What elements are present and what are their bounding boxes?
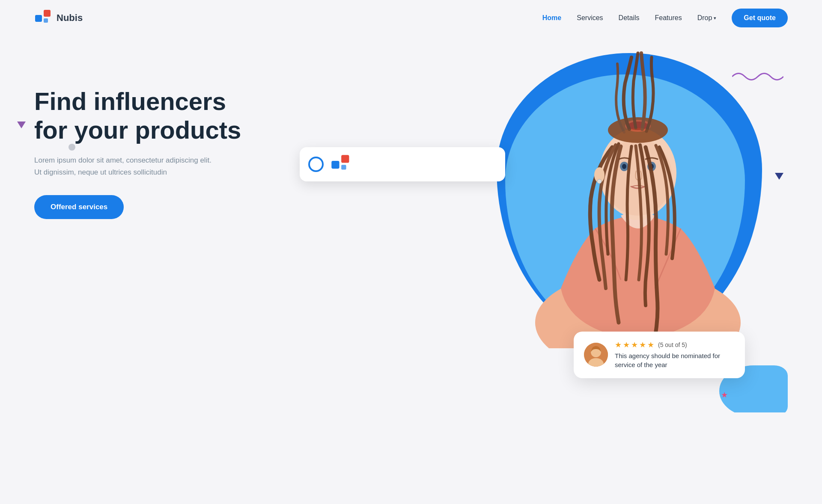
navbar: Nubis Home Services Details Features Dro… (0, 0, 822, 36)
review-content: ★ ★ ★ ★ ★ (5 out of 5) This agency shoul… (615, 340, 735, 370)
review-card: ★ ★ ★ ★ ★ (5 out of 5) This agency shoul… (574, 332, 745, 379)
logo[interactable]: Nubis (34, 9, 83, 27)
nav-drop[interactable]: Drop ▾ (697, 14, 717, 22)
reviewer-avatar (584, 343, 608, 367)
star-2: ★ (623, 340, 630, 350)
svg-rect-17 (341, 155, 349, 163)
nubis-logo-card-icon (331, 154, 351, 175)
hero-subtitle: Lorem ipsum dolor sit amet, consectetur … (34, 154, 214, 178)
get-quote-button[interactable]: Get quote (732, 9, 788, 27)
nav-home[interactable]: Home (542, 14, 561, 22)
decoration-dot (68, 144, 75, 151)
offered-services-button[interactable]: Offered services (34, 195, 124, 219)
svg-rect-0 (35, 15, 42, 22)
nav-features[interactable]: Features (655, 14, 682, 22)
hero-title: Find influencers for your products (34, 87, 257, 144)
logo-icon (34, 9, 52, 27)
decoration-arrow-left (17, 122, 26, 128)
svg-rect-1 (44, 10, 51, 17)
star-3: ★ (631, 340, 638, 350)
review-score: (5 out of 5) (658, 341, 687, 348)
logo-text: Nubis (57, 12, 83, 24)
blue-ring-icon (308, 157, 324, 172)
nav-links: Home Services Details Features Drop ▾ Ge… (542, 9, 788, 27)
svg-rect-18 (341, 165, 346, 169)
nav-details[interactable]: Details (619, 14, 640, 22)
hero-person-image (509, 40, 766, 348)
decoration-star: ★ (721, 390, 728, 400)
star-1: ★ (615, 340, 622, 350)
svg-rect-2 (44, 18, 48, 23)
decoration-arrow-right (775, 173, 783, 180)
review-text: This agency should be nominated for serv… (615, 351, 735, 370)
nav-services[interactable]: Services (577, 14, 603, 22)
star-4: ★ (639, 340, 646, 350)
hero-content: Find influencers for your products Lorem… (34, 62, 257, 219)
svg-point-15 (597, 179, 602, 184)
nubis-floating-card (300, 147, 505, 181)
hero-section: Find influencers for your products Lorem… (0, 36, 822, 412)
chevron-down-icon: ▾ (714, 15, 716, 21)
review-stars: ★ ★ ★ ★ ★ (5 out of 5) (615, 340, 735, 350)
hero-visual: ★ ★ ★ ★ ★ (5 out of 5) This agency shoul… (274, 62, 788, 412)
svg-point-9 (622, 164, 626, 169)
star-5: ★ (647, 340, 654, 350)
svg-rect-16 (331, 161, 339, 169)
